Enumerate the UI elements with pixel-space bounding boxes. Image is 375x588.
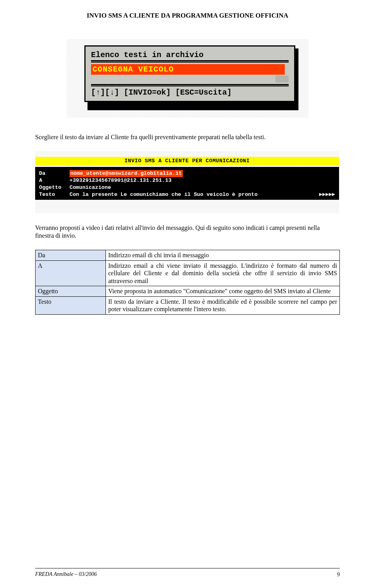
- scroll-arrows-icon[interactable]: ▶▶▶▶▶: [319, 191, 335, 198]
- def-val-testo: Il testo da inviare a Cliente. Il testo …: [106, 296, 340, 314]
- form-row-testo: Testo Con la presente Le comunichiamo ch…: [39, 191, 335, 198]
- table-row: Oggetto Viene proposta in automatico "Co…: [36, 286, 340, 297]
- popup-divider-top: [91, 60, 289, 63]
- def-key-oggetto: Oggetto: [36, 286, 106, 297]
- terminal-archive-popup: Elenco testi in archivio CONSEGNA VEICOL…: [66, 39, 309, 118]
- form-label-oggetto: Oggetto: [39, 184, 70, 191]
- popup-window: Elenco testi in archivio CONSEGNA VEICOL…: [84, 45, 295, 102]
- form-banner-area: INVIO SMS A CLIENTE PER COMUNICAZIONI: [35, 151, 339, 167]
- form-value-a[interactable]: +3932912345678901@212.131.251.13: [70, 177, 171, 184]
- footer-author: FREDA Annibale – 03/2006: [35, 571, 97, 578]
- popup-row-accent: [275, 75, 289, 82]
- definition-table: Da Indirizzo email di chi invia il messa…: [35, 250, 340, 315]
- def-val-da: Indirizzo email di chi invia il messaggi…: [106, 250, 340, 261]
- paragraph-1: Scegliere il testo da inviare al Cliente…: [35, 133, 340, 141]
- form-label-a: A: [39, 177, 70, 184]
- form-value-testo[interactable]: Con la presente Le comunichiamo che il S…: [70, 191, 261, 198]
- form-label-da: Da: [39, 170, 70, 177]
- form-value-oggetto[interactable]: Comunicazione: [70, 184, 111, 191]
- def-val-a: Indirizzo email a chi viene inviato il m…: [106, 260, 340, 286]
- form-row-oggetto: Oggetto Comunicazione: [39, 184, 335, 191]
- paragraph-2: Verranno proposti a video i dati relativ…: [35, 224, 340, 240]
- table-row: Testo Il testo da inviare a Cliente. Il …: [36, 296, 340, 314]
- form-banner: INVIO SMS A CLIENTE PER COMUNICAZIONI: [35, 157, 339, 165]
- def-key-da: Da: [36, 250, 106, 261]
- form-value-da[interactable]: nome_utente@smswizard.globitalia.it: [70, 170, 183, 177]
- popup-blank-row[interactable]: [91, 75, 289, 83]
- table-row: Da Indirizzo email di chi invia il messa…: [36, 250, 340, 261]
- popup-selected-item[interactable]: CONSEGNA VEICOLO: [91, 64, 285, 75]
- page-title: INVIO SMS A CLIENTE DA PROGRAMMA GESTION…: [35, 12, 340, 20]
- def-val-oggetto: Viene proposta in automatico "Comunicazi…: [106, 286, 340, 297]
- footer-divider: [35, 568, 340, 568]
- form-row-da: Da nome_utente@smswizard.globitalia.it: [39, 170, 335, 177]
- popup-title: Elenco testi in archivio: [91, 50, 289, 59]
- page: INVIO SMS A CLIENTE DA PROGRAMMA GESTION…: [0, 0, 375, 588]
- form-row-a: A +3932912345678901@212.131.251.13: [39, 177, 335, 184]
- page-footer: FREDA Annibale – 03/2006 9: [35, 571, 340, 578]
- form-label-testo: Testo: [39, 191, 70, 198]
- popup-divider-bottom: [91, 84, 289, 86]
- def-key-testo: Testo: [36, 296, 106, 314]
- def-key-a: A: [36, 260, 106, 286]
- form-footer-area: [35, 200, 339, 213]
- popup-instructions: [↑][↓] [INVIO=ok] [ESC=Uscita]: [91, 88, 289, 97]
- page-number: 9: [337, 571, 340, 578]
- table-row: A Indirizzo email a chi viene inviato il…: [36, 260, 340, 286]
- terminal-form: INVIO SMS A CLIENTE PER COMUNICAZIONI Da…: [35, 151, 339, 213]
- form-body: Da nome_utente@smswizard.globitalia.it A…: [35, 167, 339, 200]
